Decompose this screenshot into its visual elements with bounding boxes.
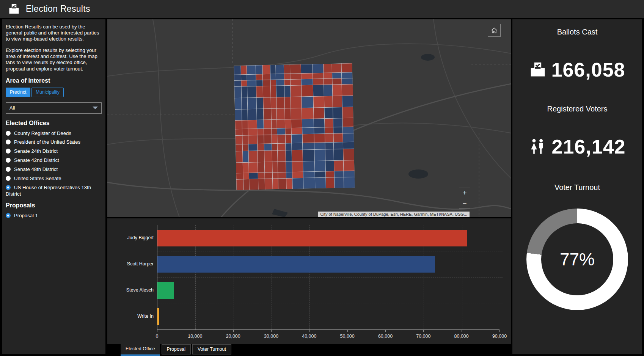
precinct[interactable] (241, 66, 247, 75)
precinct[interactable] (334, 171, 344, 177)
precinct[interactable] (264, 129, 272, 135)
precinct[interactable] (344, 171, 355, 177)
precinct[interactable] (264, 162, 273, 173)
precinct[interactable] (343, 142, 354, 149)
zoom-out-button[interactable]: − (459, 198, 470, 209)
precinct[interactable] (264, 120, 272, 129)
precinct[interactable] (262, 74, 270, 80)
precinct[interactable] (243, 179, 250, 190)
precinct[interactable] (248, 135, 258, 144)
precinct[interactable] (292, 172, 303, 179)
radio-option[interactable]: Senate 42nd District (6, 157, 102, 164)
bar[interactable] (157, 256, 435, 273)
precinct[interactable] (302, 96, 314, 108)
radio-icon[interactable] (6, 149, 11, 154)
precinct[interactable] (334, 177, 344, 188)
precinct[interactable] (290, 74, 302, 80)
precinct[interactable] (332, 72, 342, 78)
precinct[interactable] (332, 78, 342, 85)
precinct[interactable] (314, 119, 325, 128)
home-button[interactable] (488, 24, 501, 37)
precinct[interactable] (263, 80, 271, 86)
precinct[interactable] (278, 178, 287, 189)
precinct-button[interactable]: Precinct (6, 88, 30, 97)
precinct[interactable] (325, 171, 334, 177)
precinct[interactable] (278, 172, 287, 179)
precinct[interactable] (242, 98, 248, 110)
precinct[interactable] (243, 151, 249, 163)
precinct[interactable] (325, 118, 334, 127)
precinct[interactable] (235, 120, 242, 129)
precinct[interactable] (324, 64, 333, 73)
precinct[interactable] (292, 161, 303, 172)
precinct[interactable] (333, 107, 342, 119)
radio-icon[interactable] (6, 140, 11, 144)
precinct[interactable] (277, 143, 286, 151)
precinct[interactable] (292, 178, 304, 189)
precinct[interactable] (272, 135, 277, 144)
precinct[interactable] (291, 108, 302, 119)
precinct[interactable] (285, 108, 291, 119)
radio-icon[interactable] (6, 176, 11, 181)
precinct[interactable] (285, 119, 291, 128)
precinct[interactable] (303, 149, 315, 161)
precinct[interactable] (333, 118, 343, 127)
precinct[interactable] (235, 109, 242, 121)
precinct[interactable] (284, 85, 291, 97)
precinct[interactable] (241, 80, 247, 87)
precinct[interactable] (324, 96, 333, 108)
precinct[interactable] (236, 144, 243, 151)
precinct[interactable] (301, 85, 313, 97)
precinct[interactable] (344, 177, 355, 188)
precinct[interactable] (313, 79, 324, 85)
precinct[interactable] (248, 144, 258, 151)
precinct[interactable] (242, 144, 248, 151)
precinct[interactable] (325, 149, 334, 161)
precinct[interactable] (315, 177, 326, 188)
precinct[interactable] (286, 172, 292, 179)
precinct[interactable] (342, 107, 353, 118)
radio-option[interactable]: Senate 24th District (6, 148, 102, 155)
precinct[interactable] (236, 163, 243, 174)
precinct[interactable] (324, 107, 333, 119)
precinct[interactable] (247, 80, 256, 86)
municipality-button[interactable]: Municipality (31, 88, 64, 97)
precinct[interactable] (313, 73, 324, 79)
precinct[interactable] (291, 119, 302, 128)
radio-icon[interactable] (6, 158, 11, 163)
precinct[interactable] (272, 143, 278, 151)
precinct[interactable] (256, 65, 263, 75)
precinct[interactable] (292, 143, 303, 150)
precinct[interactable] (303, 161, 315, 172)
precinct[interactable] (256, 74, 263, 80)
precinct[interactable] (314, 134, 325, 143)
precinct[interactable] (270, 86, 276, 97)
precinct[interactable] (343, 133, 354, 142)
precinct[interactable] (302, 119, 314, 128)
precinct[interactable] (314, 149, 326, 161)
precinct[interactable] (291, 134, 303, 143)
precinct[interactable] (258, 179, 265, 190)
precinct[interactable] (256, 86, 263, 98)
precinct[interactable] (258, 151, 265, 162)
tab-voter-turnout[interactable]: Voter Turnout (192, 344, 231, 354)
precinct[interactable] (234, 80, 241, 87)
precinct[interactable] (243, 173, 249, 179)
precinct[interactable] (234, 66, 241, 75)
precinct[interactable] (314, 161, 326, 172)
precinct[interactable] (265, 179, 273, 190)
precinct[interactable] (241, 86, 248, 98)
precinct[interactable] (314, 143, 325, 150)
precinct[interactable] (332, 85, 342, 96)
precinct[interactable] (243, 162, 249, 173)
precinct[interactable] (265, 173, 273, 179)
precinct[interactable] (291, 128, 303, 135)
precinct[interactable] (248, 120, 257, 129)
precinct[interactable] (276, 86, 285, 97)
precinct[interactable] (302, 134, 314, 143)
precinct[interactable] (257, 109, 264, 120)
precinct[interactable] (333, 133, 343, 143)
tab-proposal[interactable]: Proposal (162, 344, 191, 354)
radio-option[interactable]: Senate 48th District (6, 166, 102, 173)
radio-option[interactable]: Proposal 1 (6, 212, 102, 219)
